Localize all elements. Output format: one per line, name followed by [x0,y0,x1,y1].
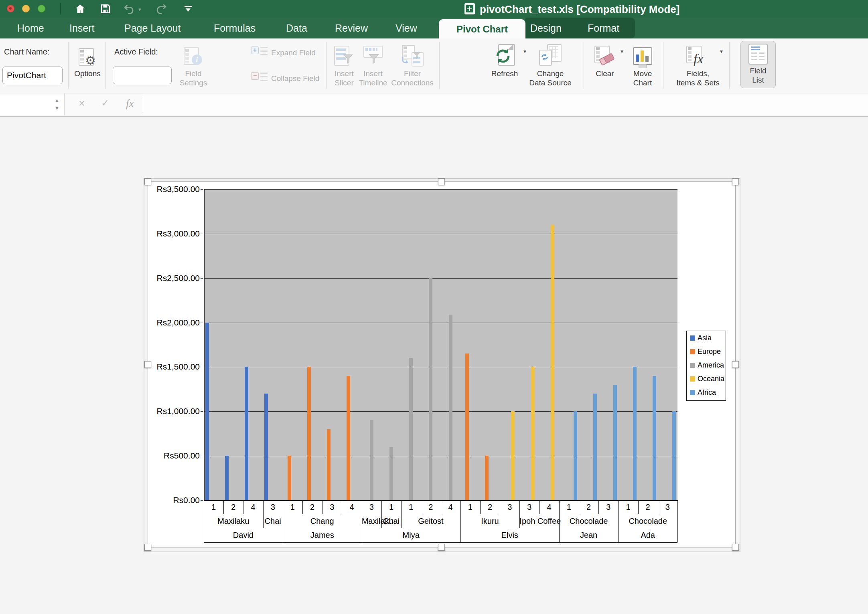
name-box[interactable]: ▲▼ [0,93,65,115]
tab-data[interactable]: Data [286,21,307,35]
clear-caret-icon[interactable]: ▾ [621,48,623,55]
legend-item-america[interactable]: America [690,361,724,369]
options-icon: ⚙ [71,42,103,67]
undo-icon[interactable] [123,2,136,15]
formula-bar: ▲▼ × ✓ fx [0,93,868,117]
undo-caret-icon[interactable]: ▾ [138,6,141,12]
insert-timeline-icon [353,42,393,67]
legend-swatch-europe [690,349,695,354]
cancel-icon[interactable]: × [79,97,85,110]
minimize-button[interactable] [22,5,30,12]
legend-item-africa[interactable]: Africa [690,388,716,396]
ribbon: Chart Name: ⚙ Options Active Field: i [0,38,868,93]
collapse-field-button: − Collapse Field [251,71,331,88]
move-chart-button[interactable]: Move Chart [628,42,657,91]
change-data-source-icon [528,42,573,67]
change-data-source-button[interactable]: Change Data Source [528,42,573,91]
zoom-button[interactable] [38,5,45,12]
field-settings-icon: i [172,42,214,67]
chart-name-label: Chart Name: [4,47,49,57]
filter-connections-icon [388,42,436,67]
fields-items-sets-caret-icon[interactable]: ▾ [720,48,723,55]
collapse-field-icon: − [251,71,269,82]
tab-insert[interactable]: Insert [69,21,95,35]
tab-view[interactable]: View [395,21,417,35]
legend-swatch-oceania [690,376,695,382]
expand-field-icon: + [251,46,269,56]
field-settings-button: i Field Settings [172,42,214,91]
tab-pivot-chart-analyse[interactable]: Pivot Chart Analyse [439,19,525,38]
field-list-icon [741,41,775,65]
filter-connections-button: Filter Connections [388,42,436,91]
legend-item-oceania[interactable]: Oceania [690,375,724,383]
ribbon-divider [663,42,663,89]
legend-label: America [698,361,724,370]
legend-swatch-america [690,363,695,368]
legend-label: Europe [698,347,721,356]
legend-swatch-asia [690,335,695,341]
legend-item-europe[interactable]: Europe [690,347,721,355]
tab-page-layout[interactable]: Page Layout [124,21,180,35]
fields-items-sets-icon: fx [672,42,724,67]
legend-label: Africa [698,388,716,397]
close-button[interactable] [7,5,14,12]
fields-items-sets-button[interactable]: fx ▾ Fields, Items & Sets [672,42,724,91]
save-icon[interactable] [99,2,112,15]
move-chart-icon [628,42,657,67]
formula-input[interactable] [143,93,868,115]
chart-legend[interactable]: AsiaEuropeAmericaOceaniaAfrica [686,331,726,401]
tab-review[interactable]: Review [335,21,368,35]
customize-quick-access-icon[interactable] [181,2,195,15]
legend-label: Oceania [698,375,724,383]
legend-item-asia[interactable]: Asia [690,334,712,342]
ribbon-divider [584,42,584,89]
legend-label: Asia [698,334,712,342]
window-title: pivotChart_test.xls [Compatibility Mode] [480,3,679,16]
titlebar-divider [60,3,61,15]
active-field-input[interactable] [113,67,172,84]
home-icon[interactable] [73,2,87,15]
ribbon-divider [439,42,440,89]
insert-function-icon[interactable]: fx [126,97,134,110]
refresh-caret-icon[interactable]: ▾ [523,48,526,55]
field-list-button[interactable]: Field List [740,41,776,88]
chart-name-input[interactable] [2,67,63,84]
refresh-button[interactable]: ▾ Refresh [486,42,523,91]
clear-button[interactable]: ▾ Clear [591,42,619,91]
tab-format[interactable]: Format [588,21,619,35]
ribbon-divider [729,42,730,89]
expand-field-button: + Expand Field [251,45,327,63]
active-field-label: Active Field: [114,47,158,57]
ribbon-divider [68,42,69,89]
redo-icon[interactable] [155,2,168,15]
tab-formulas[interactable]: Formulas [214,21,256,35]
options-button[interactable]: ⚙ Options [71,42,103,91]
clear-icon [591,42,619,67]
ribbon-divider [105,42,106,89]
enter-icon[interactable]: ✓ [101,97,109,109]
tab-home[interactable]: Home [17,21,44,35]
name-box-stepper[interactable]: ▲▼ [53,97,61,113]
legend-swatch-africa [690,390,695,395]
insert-timeline-button: Insert Timeline [353,42,393,91]
plot-area[interactable] [204,189,677,500]
tab-design[interactable]: Design [530,21,562,35]
excel-window: ▾ pivotChart_test.xls [Compatibility Mod… [0,0,868,614]
refresh-icon [486,42,523,67]
ribbon-tab-bar: Home Insert Page Layout Formulas Data Re… [0,18,868,38]
title-bar: ▾ pivotChart_test.xls [Compatibility Mod… [0,0,868,18]
excel-document-icon [464,3,475,14]
